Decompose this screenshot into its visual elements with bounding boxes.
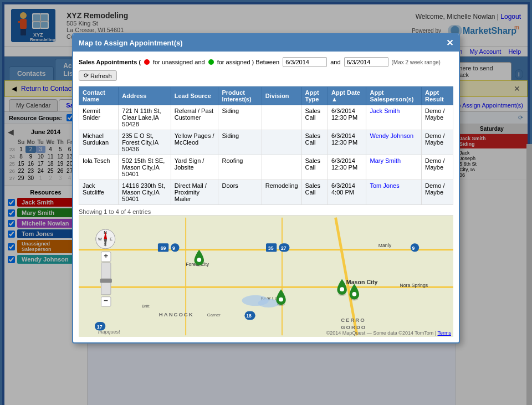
cell-appt-type: Sales Call [301,180,328,205]
cell-contact: Jack Sutcliffe [88,180,119,205]
salesperson-link[interactable]: Tom Jones [370,182,399,189]
cell-salesperson: Mary Smith [366,155,422,180]
cell-address: 235 E O St, Forest City,IA 50436 [119,130,171,155]
svg-rect-72 [100,279,112,283]
cell-result: Demo / Maybe [422,155,453,180]
svg-point-58 [340,287,344,291]
cell-lead-source: Referral / Past Customer [171,124,218,130]
svg-text:18: 18 [246,313,252,319]
cell-appt-date: 6/3/2014 12:30 PM [328,124,366,130]
cell-division [262,155,301,180]
table-row: Michael Surdukan 235 E O St, Forest City… [88,130,453,155]
cell-address: 14116 230th St, Mason City,IA 50401 [119,180,171,205]
cell-product: Roofing [218,155,262,180]
svg-text:Britt: Britt [142,304,150,309]
mapquest-logo: mapquest [98,329,120,335]
cell-appt-type: Sales Call [301,124,328,130]
svg-text:Manly: Manly [378,243,392,248]
svg-text:CERRO: CERRO [341,317,365,323]
appointments-table: Contact Name Address Lead Source Product… [88,124,453,205]
svg-text:GORDO: GORDO [341,324,366,330]
svg-text:27: 27 [281,245,287,251]
svg-text:−: − [104,296,108,305]
svg-text:W: W [98,237,103,242]
cell-contact: Iola Tesch [88,155,119,180]
cell-product: Doors [218,180,262,205]
salesperson-link[interactable]: Wendy Johnson [370,132,413,139]
svg-text:35: 35 [268,245,274,251]
cell-salesperson: Wendy Johnson [366,130,422,155]
assign-appointment-modal: Map to Assign Appointment(s) ✕ Sales App… [88,124,456,344]
showing-entries-text: Showing 1 to 4 of 4 entries [88,208,453,215]
main-layout: ◀ June 2014 ▶ Su Mo Tu We Th [4,124,528,405]
svg-point-60 [352,292,356,296]
svg-text:HANCOCK: HANCOCK [159,311,194,317]
modal-overlay: Map to Assign Appointment(s) ✕ Sales App… [88,124,456,405]
center-panel: ◀ ▶ Day Week Month Year Agenda Timeline … [88,124,456,405]
cell-lead-source: Yard Sign / Jobsite [171,155,218,180]
cell-lead-source: Yellow Pages / McCleod [171,130,218,155]
cell-division [262,124,301,130]
svg-text:E: E [110,237,112,242]
svg-text:9: 9 [412,245,415,251]
cell-appt-date: 6/3/2014 12:30 PM [328,155,366,180]
svg-point-54 [197,258,201,262]
cell-salesperson: Tom Jones [366,180,422,205]
table-row: Jack Sutcliffe 14116 230th St, Mason Cit… [88,180,453,205]
svg-text:9: 9 [172,245,175,251]
cell-division: Remodeling [262,180,301,205]
cell-contact: Kermit Snider [88,124,119,130]
cell-appt-date: 6/3/2014 12:30 PM [328,130,366,155]
table-row: Iola Tesch 502 15th St SE, Mason City,IA… [88,155,453,180]
cell-result: Demo / Maybe [422,130,453,155]
cell-appt-type: Sales Call [301,130,328,155]
map-svg: 69 9 35 27 9 [88,216,453,337]
cell-lead-source: Direct Mail / Proximity Mailer [171,180,218,205]
svg-point-52 [258,299,280,307]
svg-text:Garner: Garner [207,312,221,317]
cell-product: Siding [218,124,262,130]
cell-division [262,130,301,155]
salesperson-link[interactable]: Mary Smith [370,157,401,164]
cell-result: Demo / Maybe [422,124,453,130]
content-area: ◀ Return to Contact (James and Jane Brow… [4,80,528,405]
svg-text:69: 69 [161,245,166,251]
svg-point-56 [279,298,283,302]
cell-appt-date: 6/3/2014 4:00 PM [328,180,366,205]
cell-address: 502 15th St SE, Mason City,IA 50401 [119,155,171,180]
svg-text:Nora Springs: Nora Springs [400,283,428,288]
map-container[interactable]: 69 9 35 27 9 [88,215,453,337]
svg-text:Mason City: Mason City [346,279,378,285]
modal-content: Sales Appointments ( for unassigned and … [88,124,456,342]
svg-text:+: + [104,252,108,260]
cell-salesperson: Jack Smith [366,124,422,130]
svg-rect-21 [88,218,453,335]
table-row: Kermit Snider 721 N 11th St, Clear Lake,… [88,124,453,130]
cell-product: Siding [218,130,262,155]
cell-result: Demo / Maybe [422,180,453,205]
map-attribution: ©2014 MapQuest — Some data ©2014 TomTom … [326,330,451,336]
cell-contact: Michael Surdukan [88,130,119,155]
cell-address: 721 N 11th St, Clear Lake,IA 50428 [119,124,171,130]
cell-appt-type: Sales Call [301,155,328,180]
